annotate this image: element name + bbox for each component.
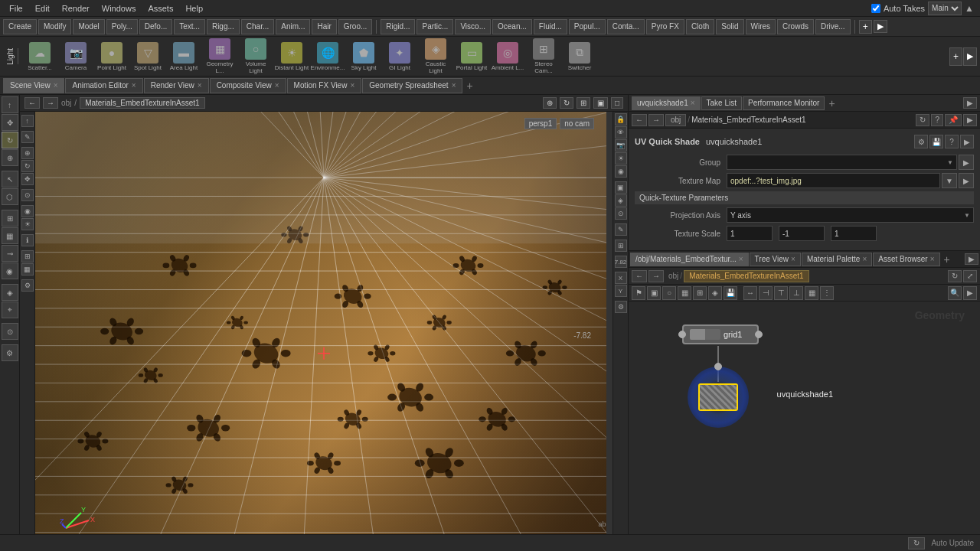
vlt-tool7[interactable]: ⊞ xyxy=(21,250,34,262)
tb-popul[interactable]: Popul... xyxy=(569,19,606,34)
viewport-lock-btn[interactable]: ⊞ xyxy=(577,97,590,109)
tool-brush[interactable]: ⬡ xyxy=(2,188,18,205)
panel-help-btn[interactable]: ? xyxy=(945,135,959,148)
tool-scale[interactable]: ⊕ xyxy=(2,149,18,166)
right-pin-btn[interactable]: 📌 xyxy=(945,114,962,126)
tool-settings[interactable]: ⚙ xyxy=(2,344,18,361)
right-chevron-btn[interactable]: ▶ xyxy=(963,114,977,126)
vrs-settings2[interactable]: ⚙ xyxy=(615,301,627,313)
lrtab-materials-close[interactable]: × xyxy=(739,255,743,263)
grid1-output[interactable] xyxy=(755,331,763,338)
lr-tool-more2[interactable]: ▶ xyxy=(963,286,977,300)
vlt-light[interactable]: ☀ xyxy=(21,218,34,230)
tab-render-close[interactable]: × xyxy=(198,81,202,90)
vrs-y[interactable]: Y xyxy=(615,285,627,297)
tb-add[interactable]: + xyxy=(859,20,872,34)
shelf-item-portal[interactable]: ▭ Portal Light xyxy=(454,38,489,75)
right-fwd-btn[interactable]: → xyxy=(648,114,664,126)
vlt-render[interactable]: ◉ xyxy=(21,205,34,217)
uv-input-connector[interactable] xyxy=(714,363,722,370)
viewport-sync-btn[interactable]: ↻ xyxy=(560,97,573,109)
panel-close-btn[interactable]: ▶ xyxy=(960,135,974,148)
tb-conta[interactable]: Conta... xyxy=(607,19,645,34)
lr-back-btn[interactable]: ← xyxy=(632,270,647,282)
vrs-eye[interactable]: 👁 xyxy=(615,126,627,139)
panel-settings-btn[interactable]: ⚙ xyxy=(914,135,928,148)
menu-windows[interactable]: Windows xyxy=(96,2,142,15)
vrs-env[interactable]: ⊙ xyxy=(615,207,627,220)
tb-drive[interactable]: Drive... xyxy=(815,19,851,34)
tb-modify[interactable]: Modify xyxy=(38,19,71,34)
lr-tool-link[interactable]: ⊞ xyxy=(693,286,707,300)
shelf-more[interactable]: ▶ xyxy=(963,47,977,66)
lrtab-add[interactable]: + xyxy=(941,253,953,266)
tb-create[interactable]: Create xyxy=(3,19,37,34)
lr-tool-grid2[interactable]: ▦ xyxy=(678,286,691,300)
shelf-item-gilight[interactable]: ✦ GI Light xyxy=(382,38,417,75)
tool-render[interactable]: ◉ xyxy=(2,262,18,279)
tb-fluid[interactable]: Fluid... xyxy=(534,19,567,34)
group-add-btn[interactable]: ▶ xyxy=(959,155,974,170)
tool-camera[interactable]: ⌖ xyxy=(2,302,18,318)
tb-crowds[interactable]: Crowds xyxy=(777,19,814,34)
lr-tool-save2[interactable]: 💾 xyxy=(724,286,737,300)
viewport-canvas[interactable]: persp1 no cam X Y Z -7.82 xyxy=(35,112,612,551)
tab-animation-editor[interactable]: Animation Editor × xyxy=(65,78,142,93)
rtab-uvquickshade-close[interactable]: × xyxy=(691,99,695,107)
lr-tool-circle[interactable]: ○ xyxy=(662,286,676,300)
vlt-tool8[interactable]: ▦ xyxy=(21,263,34,276)
menu-edit[interactable]: Edit xyxy=(29,2,56,15)
tab-add[interactable]: + xyxy=(463,80,475,92)
lrtab-materials[interactable]: /obj/Materials_EmbedTextur... × xyxy=(630,253,749,266)
rtab-takelist[interactable]: Take List xyxy=(701,96,742,110)
vrs-x[interactable]: X xyxy=(615,272,627,284)
tb-more[interactable]: ▶ xyxy=(874,20,887,33)
vrs-mat[interactable]: ◈ xyxy=(615,194,627,207)
viewport-cam-btn[interactable]: ⊕ xyxy=(543,97,557,109)
shelf-item-environ[interactable]: 🌐 Environme... xyxy=(310,38,345,75)
tab-geom-close[interactable]: × xyxy=(452,81,456,90)
tb-poly[interactable]: Poly... xyxy=(106,19,138,34)
texture-map-dropdown-btn[interactable]: ▼ xyxy=(942,173,957,188)
lr-tool-grid3[interactable]: ▦ xyxy=(805,286,818,300)
tab-motfx-close[interactable]: × xyxy=(350,81,354,90)
rtab-add[interactable]: + xyxy=(825,97,838,109)
node-canvas[interactable]: Geometry grid1 xyxy=(629,302,980,551)
tab-scene-view[interactable]: Scene View × xyxy=(3,78,64,93)
lr-tool-mat[interactable]: ◈ xyxy=(708,286,722,300)
texture-map-arrow-btn[interactable]: ▶ xyxy=(959,173,974,188)
tool-rotate[interactable]: ↻ xyxy=(2,132,18,148)
main-arrow[interactable]: ▲ xyxy=(965,3,974,14)
tool-grid[interactable]: ▦ xyxy=(2,227,18,244)
texture-scale-z[interactable]: 1 xyxy=(831,226,877,241)
lrtab-treeview[interactable]: Tree View × xyxy=(750,253,801,266)
grid1-input[interactable] xyxy=(678,331,686,338)
vlt-zoom[interactable]: ⊕ xyxy=(21,147,34,159)
menu-assets[interactable]: Assets xyxy=(142,2,179,15)
viewport-back-btn[interactable]: ← xyxy=(24,97,40,109)
vlt-snap[interactable]: ⊙ xyxy=(21,189,34,201)
tb-rigid[interactable]: Rigid... xyxy=(381,19,415,34)
shelf-item-stereocam[interactable]: ⊞ Stereo Cam... xyxy=(526,38,561,75)
shelf-item-scatter[interactable]: ☁ Scatter... xyxy=(22,38,57,75)
perspective-dropdown[interactable]: persp1 xyxy=(524,118,557,129)
tb-char[interactable]: Char... xyxy=(241,19,274,34)
lr-tool-sep[interactable]: ⊣ xyxy=(759,286,773,300)
vlt-pan[interactable]: ✥ xyxy=(21,173,34,185)
viewport-scrollbar-right[interactable] xyxy=(606,112,612,551)
tab-composite-view[interactable]: Composite View × xyxy=(210,78,286,93)
vlt-settings[interactable]: ⚙ xyxy=(21,279,34,292)
lr-tool-box[interactable]: ▣ xyxy=(647,286,661,300)
lr-fwd-btn[interactable]: → xyxy=(648,270,664,282)
shelf-item-skylight[interactable]: ⬟ Sky Light xyxy=(346,38,381,75)
vlt-select[interactable]: ↑ xyxy=(21,115,34,127)
vrs-num1[interactable]: 7.82 xyxy=(615,256,627,268)
tab-scene-view-close[interactable]: × xyxy=(54,81,58,90)
tb-wires[interactable]: Wires xyxy=(746,19,776,34)
auto-takes-checkbox[interactable] xyxy=(871,4,880,13)
tb-hair[interactable]: Hair xyxy=(312,19,336,34)
shelf-item-switcher[interactable]: ⧉ Switcher xyxy=(562,38,597,75)
lr-tool-dots[interactable]: ⋮ xyxy=(820,286,834,300)
rtab-uvquickshade[interactable]: uvquickshade1 × xyxy=(632,96,701,110)
tab-render-view[interactable]: Render View × xyxy=(144,78,209,93)
